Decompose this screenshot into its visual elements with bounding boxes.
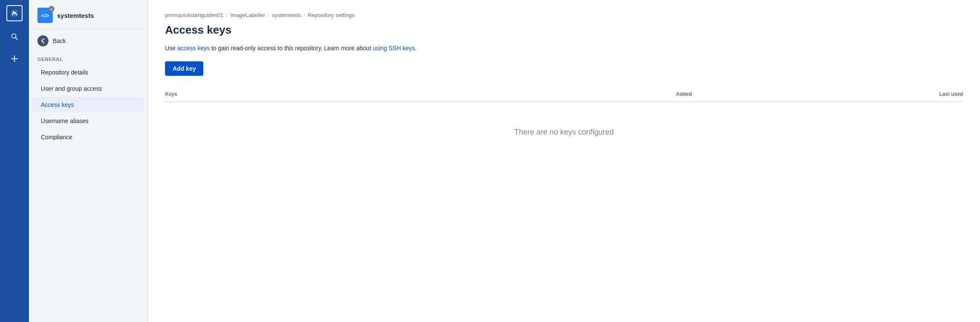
empty-state-message: There are no keys configured (165, 102, 963, 162)
breadcrumb: pmmquickstartguides01 / ImageLabeller / … (165, 12, 963, 18)
col-header-keys: Keys (165, 88, 291, 102)
plus-icon[interactable] (8, 52, 21, 66)
sidebar-section-general: GENERAL (29, 52, 148, 64)
repo-name: systemtests (57, 12, 94, 19)
keys-table: Keys Added Last used There are no keys c… (165, 88, 963, 162)
global-nav (0, 0, 29, 322)
back-label: Back (53, 37, 66, 44)
back-button[interactable]: Back (29, 29, 148, 52)
table-header: Keys Added Last used (165, 88, 963, 102)
breadcrumb-sep-2: / (268, 12, 269, 18)
col-header-last-used: Last used (718, 88, 963, 102)
search-icon[interactable] (8, 30, 21, 43)
breadcrumb-sep-1: / (226, 12, 228, 18)
sidebar-item-label-username-aliases: Username aliases (41, 118, 88, 124)
sidebar-item-label-user-group-access: User and group access (41, 85, 102, 92)
sidebar-item-access-keys[interactable]: Access keys (32, 97, 144, 112)
lock-badge: 🔒 (48, 6, 54, 12)
sidebar-item-username-aliases[interactable]: Username aliases (32, 113, 144, 129)
repo-icon: </> 🔒 (37, 8, 53, 23)
breadcrumb-part-3: systemtests (272, 12, 301, 18)
empty-state-row: There are no keys configured (165, 102, 963, 162)
add-key-button[interactable]: Add key (165, 61, 203, 76)
description-part1: Use (165, 45, 177, 52)
sidebar-item-repository-details[interactable]: Repository details (32, 65, 144, 80)
description-text: Use access keys to gain read-only access… (165, 43, 963, 53)
main-content: pmmquickstartguides01 / ImageLabeller / … (148, 0, 980, 322)
col-header-added: Added (291, 88, 718, 102)
sidebar: </> 🔒 systemtests Back GENERAL Repositor… (29, 0, 148, 322)
description-part2: to gain read-only access to this reposit… (210, 45, 373, 52)
sidebar-item-label-repository-details: Repository details (41, 69, 88, 76)
app-logo[interactable] (6, 5, 23, 21)
sidebar-item-label-access-keys: Access keys (41, 101, 74, 108)
sidebar-item-user-group-access[interactable]: User and group access (32, 81, 144, 96)
sidebar-repo-header: </> 🔒 systemtests (29, 0, 148, 29)
breadcrumb-part-1: pmmquickstartguides01 (165, 12, 223, 18)
access-keys-link[interactable]: access keys (177, 45, 210, 52)
description-part3: . (415, 45, 416, 52)
breadcrumb-part-4: Repository settings (308, 12, 355, 18)
table-body: There are no keys configured (165, 102, 963, 162)
svg-line-2 (16, 38, 18, 40)
sidebar-item-compliance[interactable]: Compliance (32, 129, 144, 145)
breadcrumb-sep-3: / (304, 12, 305, 18)
breadcrumb-part-2: ImageLabeller (230, 12, 265, 18)
ssh-keys-link[interactable]: using SSH keys (373, 45, 415, 52)
page-title: Access keys (165, 23, 963, 37)
sidebar-item-label-compliance: Compliance (41, 134, 72, 141)
back-icon (37, 35, 48, 46)
